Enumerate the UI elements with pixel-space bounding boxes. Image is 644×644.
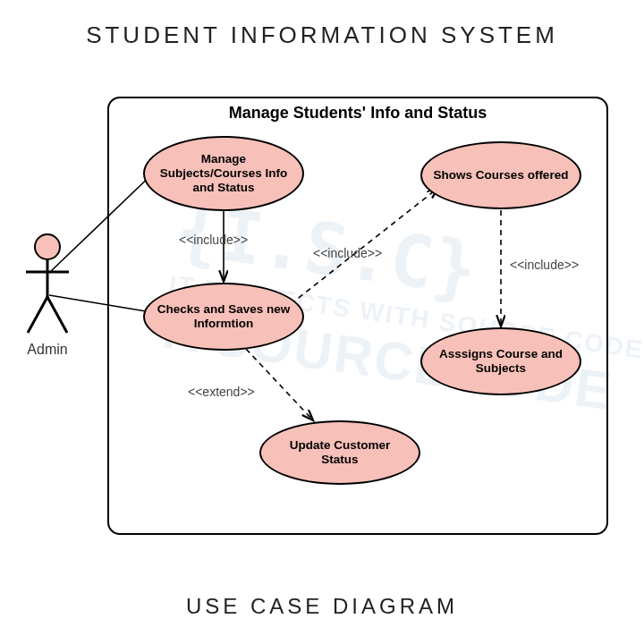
stereotype-include-3: <<include>>: [510, 258, 579, 272]
page-caption: USE CASE DIAGRAM: [0, 594, 644, 619]
usecase-checks-saves: Checks and Saves new Informtion: [143, 283, 304, 351]
stereotype-include-1: <<include>>: [179, 233, 248, 247]
usecase-assigns-course: Asssigns Course and Subjects: [420, 327, 581, 395]
actor-label: Admin: [7, 342, 88, 358]
svg-line-9: [28, 297, 47, 333]
stereotype-include-2: <<include>>: [313, 246, 382, 260]
actor-admin: Admin: [7, 233, 88, 358]
usecase-label: Asssigns Course and Subjects: [431, 347, 571, 376]
svg-point-6: [35, 234, 60, 259]
usecase-label: Checks and Saves new Informtion: [154, 302, 293, 331]
svg-line-10: [47, 297, 67, 333]
usecase-label: Manage Subjects/Courses Info and Status: [154, 152, 293, 196]
usecase-label: Update Customer Status: [270, 438, 410, 467]
usecase-shows-courses: Shows Courses offered: [420, 141, 581, 209]
diagram-canvas: {I.S.C} IT PROJECTS WITH SOURCE CODE ITS…: [0, 89, 644, 572]
usecase-update-status: Update Customer Status: [259, 420, 420, 485]
system-title: Manage Students' Info and Status: [109, 104, 606, 123]
stereotype-extend: <<extend>>: [188, 385, 255, 399]
usecase-label: Shows Courses offered: [434, 168, 569, 182]
usecase-manage-subjects: Manage Subjects/Courses Info and Status: [143, 136, 304, 211]
actor-icon: [21, 233, 74, 340]
page-title: STUDENT INFORMATION SYSTEM: [0, 0, 644, 49]
